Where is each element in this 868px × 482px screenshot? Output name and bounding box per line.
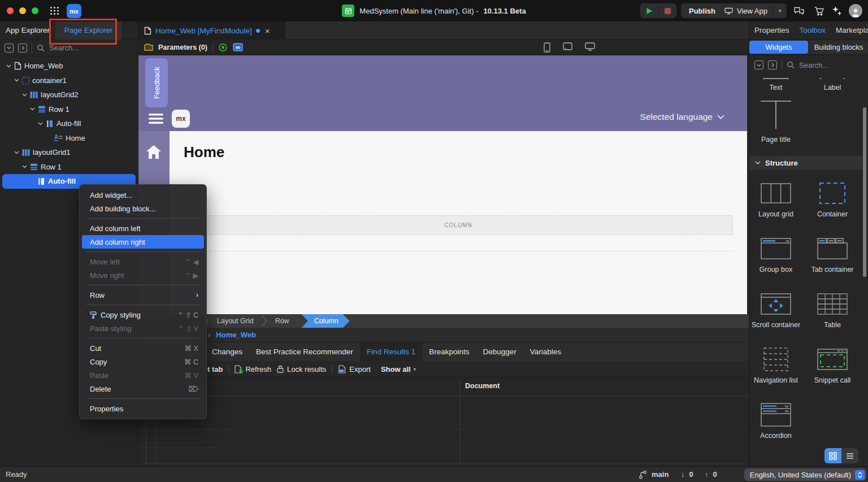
widget-snippet-call[interactable]: Snippet call [806, 347, 859, 384]
chevron-down-icon[interactable] [29, 107, 35, 111]
export-button[interactable]: CSV Export [338, 365, 371, 374]
parameters-label[interactable]: Parameters (0) [158, 44, 207, 51]
column-placeholder[interactable]: COLUMN [184, 215, 733, 235]
tree-item-home[interactable]: A Home [0, 131, 138, 146]
tab-properties[interactable]: Properties [749, 26, 795, 34]
widget-container[interactable]: Container [806, 181, 859, 218]
menu-add-column-right[interactable]: Add column right [82, 235, 204, 249]
publish-button[interactable]: Publish [681, 3, 723, 18]
widget-accordion[interactable]: Accordion [749, 402, 802, 440]
tab-breakpoints[interactable]: Breakpoints [422, 342, 476, 361]
visibility-eye-icon[interactable] [218, 43, 228, 52]
toolbox-search-input[interactable] [799, 61, 850, 70]
tab-debugger[interactable]: Debugger [476, 342, 523, 361]
result-tab-button[interactable]: t tab [207, 365, 223, 374]
widget-layout-grid[interactable]: Layout grid [749, 181, 802, 218]
feedback-tab[interactable]: Feedback [145, 58, 168, 107]
result-document-row[interactable]: › Home_Web [138, 328, 749, 342]
widget-tab-container[interactable]: Tab container [806, 236, 859, 273]
chevron-down-icon[interactable] [21, 165, 27, 168]
tab-toolbox[interactable]: Toolbox [795, 26, 831, 34]
empty-row-placeholder[interactable] [184, 251, 733, 251]
home-nav-icon[interactable] [146, 145, 162, 159]
widget-text[interactable]: Text [749, 70, 802, 92]
breadcrumb-layout-grid[interactable]: Layout Grid [209, 317, 262, 325]
menu-properties[interactable]: Properties [80, 402, 206, 415]
ai-sparkles-icon[interactable] [832, 6, 842, 16]
git-pull-indicator[interactable]: ↓ 0 [681, 470, 693, 479]
menu-add-widget[interactable]: Add widget... [80, 188, 206, 202]
design-mode-icon[interactable] [233, 43, 243, 51]
page-canvas[interactable]: Feedback mx Selected language Home COLUM… [138, 55, 747, 314]
results-column-header[interactable]: Document [465, 382, 500, 390]
desktop-preview-icon[interactable] [585, 42, 595, 53]
widget-group-box[interactable]: Group box [749, 236, 802, 273]
tree-item-row1-b[interactable]: Row 1 [0, 160, 138, 175]
user-avatar[interactable] [849, 4, 862, 18]
tree-item-autofill[interactable]: Auto-fill [0, 116, 138, 131]
git-branch-indicator[interactable]: main [639, 470, 669, 479]
git-push-indicator[interactable]: ↑ 0 [705, 470, 717, 479]
tab-app-explorer[interactable]: App Explorer [0, 21, 55, 40]
view-app-button[interactable]: View App ▾ [719, 3, 787, 18]
widget-scroll-container[interactable]: Scroll container [749, 292, 802, 329]
tree-item-container1[interactable]: container1 [0, 73, 138, 88]
structure-section-header[interactable]: Structure [749, 156, 865, 170]
tab-variables[interactable]: Variables [523, 342, 568, 361]
collapse-all-icon[interactable] [5, 44, 14, 53]
menu-delete[interactable]: Delete⌦ [80, 382, 206, 396]
hamburger-menu-icon[interactable] [149, 113, 163, 124]
widget-table[interactable]: Table [806, 292, 859, 329]
chevron-right-icon[interactable]: › [208, 331, 210, 339]
chevron-down-icon[interactable] [37, 122, 43, 125]
tab-marketplace[interactable]: Marketplace [831, 26, 868, 34]
chevron-down-icon[interactable] [6, 64, 11, 68]
tab-page-explorer[interactable]: Page Explorer [55, 21, 121, 40]
menu-add-building-block[interactable]: Add building block... [80, 202, 206, 215]
close-tab-icon[interactable]: × [265, 26, 270, 36]
menu-cut[interactable]: Cut⌘ X [80, 341, 206, 355]
tab-building-blocks[interactable]: Building blocks [809, 41, 868, 54]
menu-row-submenu[interactable]: Row› [80, 288, 206, 302]
explorer-search-input[interactable] [49, 44, 111, 52]
grid-view-button[interactable] [824, 448, 841, 463]
tree-item-home-web[interactable]: Home_Web [0, 59, 138, 73]
widget-navigation-list[interactable]: Navigation list [749, 347, 802, 384]
locate-document-icon[interactable] [18, 44, 27, 53]
view-app-dropdown-arrow[interactable]: ▾ [774, 8, 787, 14]
breadcrumb-row[interactable]: Row [267, 317, 297, 325]
tab-best-practice-recommender[interactable]: Best Practice Recommender [249, 342, 360, 361]
phone-preview-icon[interactable] [544, 42, 550, 53]
find-results-table[interactable]: Document [138, 377, 749, 466]
tab-widgets[interactable]: Widgets [749, 41, 808, 54]
menu-copy-styling[interactable]: Copy styling⌃ ⇧ C [80, 308, 206, 322]
chevron-down-icon[interactable] [21, 93, 27, 97]
menu-copy[interactable]: Copy⌘ C [80, 355, 206, 368]
language-selector[interactable]: Selected language [640, 112, 724, 122]
tree-item-layoutgrid2[interactable]: layoutGrid2 [0, 88, 138, 102]
widget-page-title[interactable]: Page title [749, 98, 802, 144]
page-heading[interactable]: Home [184, 144, 224, 161]
show-all-dropdown[interactable]: Show all ▾ [381, 365, 416, 374]
marketplace-cart-icon[interactable] [814, 6, 824, 16]
lock-results-button[interactable]: Lock results [277, 365, 326, 374]
tab-changes[interactable]: Changes [205, 342, 249, 361]
menu-add-column-left[interactable]: Add column left [80, 222, 206, 235]
tablet-preview-icon[interactable] [563, 42, 572, 53]
list-view-button[interactable] [841, 448, 858, 463]
tab-find-results[interactable]: Find Results 1 [360, 342, 422, 361]
run-button[interactable] [640, 7, 658, 15]
chevron-down-icon[interactable] [14, 79, 19, 82]
toolbox-scrollbar[interactable] [863, 107, 866, 277]
refresh-button[interactable]: ↻ Refresh [235, 365, 271, 374]
widget-label[interactable]: Label [806, 70, 859, 92]
stop-button[interactable] [659, 8, 676, 14]
document-tab-home-web[interactable]: Home_Web [MyFirstModule] × [138, 21, 285, 40]
collapse-all-icon[interactable] [754, 60, 763, 70]
expand-all-icon[interactable] [768, 60, 777, 70]
tree-item-row1[interactable]: Row 1 [0, 102, 138, 117]
tree-item-layoutgrid1[interactable]: layoutGrid1 [0, 145, 138, 160]
feedback-chat-icon[interactable] [793, 6, 805, 16]
breadcrumb-column-selected[interactable]: Column [302, 314, 350, 328]
chevron-down-icon[interactable] [14, 151, 19, 154]
